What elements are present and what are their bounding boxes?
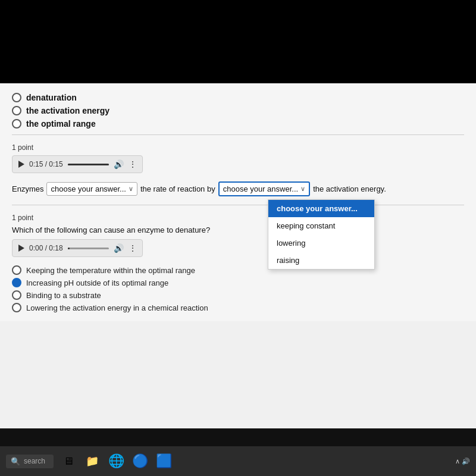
divider-2 (12, 205, 464, 205)
dropdown-2-value: choose your answer... (223, 184, 298, 193)
radio-circle-denaturation[interactable] (12, 93, 21, 102)
radio-circle-optimal[interactable] (12, 119, 21, 129)
radio-circle-d[interactable] (12, 303, 21, 312)
option-label-denaturation: denaturation (26, 93, 77, 102)
progress-bar-1 (68, 164, 109, 165)
point-label-2: 1 point (12, 214, 464, 222)
mc-option-d[interactable]: Lowering the activation energy in a chem… (12, 303, 464, 312)
taskbar-teams-icon[interactable]: 🟦 (155, 452, 173, 470)
point-label-1: 1 point (12, 143, 464, 152)
radio-circle-activation[interactable] (12, 106, 21, 115)
radio-option-optimal[interactable]: the optimal range (12, 119, 464, 129)
search-label: search (24, 457, 45, 465)
taskbar-monitor-icon[interactable]: 🖥 (60, 452, 77, 470)
dropdown-item-2[interactable]: lowering (268, 234, 374, 252)
taskbar-chrome-icon[interactable]: 🌐 (107, 452, 125, 470)
taskbar-system-tray: ∧ 🔊 (455, 458, 470, 465)
dropdown-item-0[interactable]: choose your answer... (268, 200, 374, 217)
radio-option-denaturation[interactable]: denaturation (12, 93, 464, 102)
main-screen: denaturation the activation energy the o… (0, 83, 476, 452)
sentence-middle: the rate of reaction by (140, 184, 215, 193)
option-label-optimal: the optimal range (26, 119, 96, 129)
mc-option-c[interactable]: Binding to a substrate (12, 290, 464, 300)
chevron-down-icon-2: ∨ (300, 185, 305, 193)
question-text: Which of the following can cause an enzy… (12, 226, 464, 234)
dropdown-1[interactable]: choose your answer... ∨ (46, 182, 137, 196)
sentence-prefix: Enzymes (12, 184, 43, 193)
progress-fill-2 (68, 248, 70, 249)
dropdown-2[interactable]: choose your answer... ∨ (218, 181, 310, 196)
option-label-activation: the activation energy (26, 106, 109, 115)
dropdown-menu: choose your answer... keeping constant l… (268, 199, 375, 270)
divider-1 (12, 134, 464, 135)
sentence-row-1: Enzymes choose your answer... ∨ the rate… (12, 181, 464, 196)
volume-icon-2[interactable]: 🔊 (114, 243, 124, 253)
search-icon: 🔍 (11, 457, 20, 466)
volume-icon-1[interactable]: 🔊 (114, 159, 124, 169)
mc-label-a: Keeping the temperature within the optim… (26, 266, 195, 275)
taskbar-edge-icon[interactable]: 🔵 (131, 452, 149, 470)
mc-label-c: Binding to a substrate (26, 291, 101, 300)
sentence-suffix: the activation energy. (313, 184, 386, 193)
progress-fill-1 (68, 164, 109, 165)
more-icon-1[interactable]: ⋮ (129, 159, 136, 169)
play-button-1[interactable] (18, 161, 24, 168)
black-top-bar (0, 0, 476, 83)
audio-player-1: 0:15 / 0:15 🔊 ⋮ (12, 155, 143, 173)
chevron-down-icon-1: ∨ (129, 185, 133, 193)
time-label-1: 0:15 / 0:15 (29, 160, 63, 168)
more-icon-2[interactable]: ⋮ (129, 243, 136, 253)
radio-circle-c[interactable] (12, 290, 21, 300)
radio-circle-a[interactable] (12, 265, 21, 275)
dropdown-item-1[interactable]: keeping constant (268, 217, 374, 234)
mc-option-a[interactable]: Keeping the temperature within the optim… (12, 265, 464, 275)
radio-circle-b[interactable] (12, 278, 21, 287)
taskbar-right-area: ∧ 🔊 (455, 458, 470, 465)
black-bottom-bar (0, 428, 476, 446)
time-label-2: 0:00 / 0:18 (29, 244, 63, 252)
progress-bar-2 (68, 248, 109, 249)
mc-option-b[interactable]: Increasing pH outside of its optimal ran… (12, 278, 464, 287)
audio-player-2: 0:00 / 0:18 🔊 ⋮ (12, 239, 143, 257)
mc-label-b: Increasing pH outside of its optimal ran… (26, 278, 168, 287)
radio-option-activation[interactable]: the activation energy (12, 106, 464, 115)
taskbar-folder-icon[interactable]: 📁 (83, 452, 101, 470)
dropdown-1-value: choose your answer... (51, 184, 126, 193)
taskbar-search[interactable]: 🔍 search (6, 455, 54, 468)
dropdown-item-3[interactable]: raising (268, 252, 374, 269)
play-button-2[interactable] (18, 245, 24, 252)
mc-label-d: Lowering the activation energy in a chem… (26, 303, 208, 312)
taskbar: 🔍 search 🖥 📁 🌐 🔵 🟦 ∧ 🔊 (0, 446, 476, 476)
